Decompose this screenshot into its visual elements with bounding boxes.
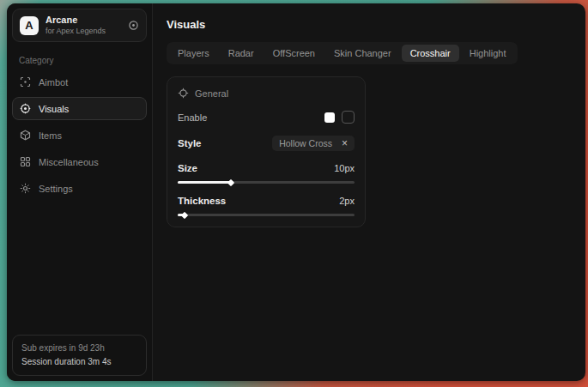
size-row: Size 10px <box>178 163 355 173</box>
items-box-icon <box>20 130 31 141</box>
thickness-slider-fill <box>178 214 185 216</box>
size-slider[interactable] <box>178 181 355 184</box>
category-label: Category <box>19 56 152 65</box>
misc-grid-icon <box>20 156 31 167</box>
style-dropdown[interactable]: Hollow Cross × <box>272 136 355 151</box>
thickness-label: Thickness <box>178 196 226 206</box>
tab-crosshair[interactable]: Crosshair <box>402 45 459 62</box>
logo-card: A Arcane for Apex Legends <box>12 9 147 42</box>
thickness-value: 2px <box>339 196 355 206</box>
tab-radar[interactable]: Radar <box>220 45 263 62</box>
main-content: Visuals Players Radar OffScreen Skin Cha… <box>153 3 585 381</box>
tab-highlight[interactable]: Highlight <box>461 45 515 62</box>
sidebar-item-miscellaneous[interactable]: Miscellaneous <box>12 150 147 173</box>
sub-expires-text: Sub expires in 9d 23h <box>21 342 137 355</box>
tab-offscreen[interactable]: OffScreen <box>264 45 324 62</box>
style-row: Style Hollow Cross × <box>178 136 355 151</box>
tab-skin-changer[interactable]: Skin Changer <box>325 45 400 62</box>
app-logo: A <box>20 16 39 35</box>
style-label: Style <box>178 138 202 148</box>
color-swatch[interactable] <box>324 112 335 123</box>
sidebar-item-visuals[interactable]: Visuals <box>12 97 147 120</box>
page-title: Visuals <box>167 18 572 31</box>
sidebar-nav: Aimbot Visuals Items <box>7 69 152 202</box>
settings-gear-icon <box>20 183 31 194</box>
sidebar-item-aimbot[interactable]: Aimbot <box>12 70 147 94</box>
sidebar: A Arcane for Apex Legends Category <box>7 3 153 381</box>
app-title: Arcane <box>45 15 106 27</box>
sidebar-item-label: Settings <box>39 184 73 194</box>
app-window: A Arcane for Apex Legends Category <box>7 3 585 381</box>
sidebar-item-settings[interactable]: Settings <box>12 177 147 200</box>
subscription-info-box: Sub expires in 9d 23h Session duration 3… <box>12 335 147 376</box>
session-duration-text: Session duration 3m 4s <box>21 355 137 369</box>
aimbot-crosshair-icon <box>20 76 31 88</box>
size-slider-fill <box>178 181 231 184</box>
enable-checkbox[interactable] <box>342 111 355 124</box>
sidebar-item-label: Aimbot <box>39 77 68 88</box>
enable-row: Enable <box>178 111 355 124</box>
general-panel: General Enable Style Hollow Cross × Size… <box>167 76 366 227</box>
sidebar-item-items[interactable]: Items <box>12 124 147 147</box>
size-slider-thumb[interactable] <box>227 178 234 185</box>
sidebar-item-label: Miscellaneous <box>39 157 99 167</box>
thickness-slider[interactable] <box>178 214 355 216</box>
enable-label: Enable <box>178 112 207 123</box>
clear-style-icon[interactable]: × <box>342 138 348 148</box>
crosshair-icon <box>178 88 189 99</box>
style-value: Hollow Cross <box>279 138 332 148</box>
visuals-eye-icon <box>20 103 31 114</box>
size-label: Size <box>178 163 197 173</box>
size-value: 10px <box>334 163 355 173</box>
app-subtitle: for Apex Legends <box>45 27 106 36</box>
sidebar-item-label: Visuals <box>39 104 69 114</box>
tab-players[interactable]: Players <box>169 45 218 62</box>
thickness-row: Thickness 2px <box>178 196 355 206</box>
target-icon[interactable] <box>128 20 139 31</box>
thickness-slider-thumb[interactable] <box>181 211 188 218</box>
sidebar-item-label: Items <box>39 130 62 141</box>
panel-title: General <box>195 88 228 99</box>
visuals-tabbar: Players Radar OffScreen Skin Changer Cro… <box>167 42 518 64</box>
